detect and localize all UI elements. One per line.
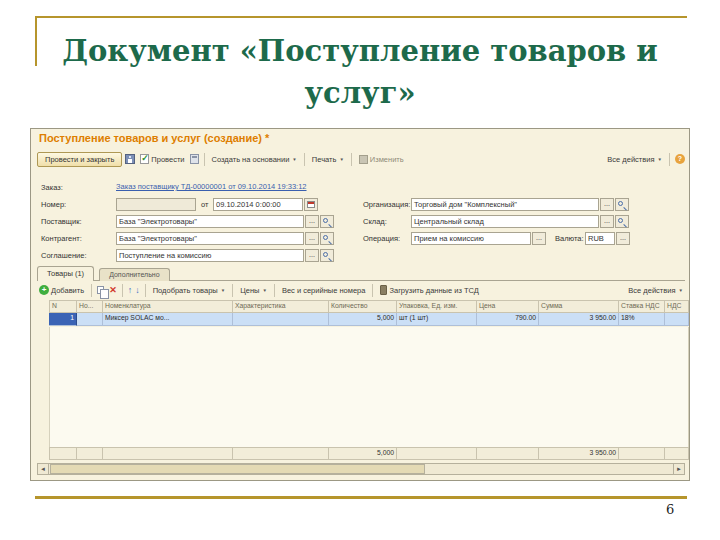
edit-icon	[359, 155, 368, 164]
chevron-down-icon: ▼	[679, 288, 683, 293]
table-all-actions-button[interactable]: Все действия ▼	[626, 285, 685, 296]
table-empty-area	[49, 327, 689, 447]
slide-title-line1: Документ «Поступление товаров и	[0, 30, 720, 72]
organization-search-icon[interactable]	[615, 198, 629, 211]
characteristic-cell[interactable]	[233, 313, 329, 326]
table-toolbar: + Добавить ✕ ↑ ↓ Подобрать товары ▼ Цены…	[37, 281, 685, 299]
currency-input[interactable]: RUB	[585, 232, 615, 245]
post-and-close-button[interactable]: Провести и закрыть	[37, 152, 122, 167]
chevron-down-icon: ▼	[658, 157, 662, 162]
load-tsd-button[interactable]: Загрузить данные из ТСД	[378, 284, 480, 296]
agreement-search-icon[interactable]	[320, 249, 334, 262]
counterparty-select-button[interactable]: ...	[305, 232, 319, 245]
toolbar-separator	[232, 284, 233, 297]
col-header-n: N	[49, 300, 77, 313]
post-icon	[140, 154, 149, 164]
no-cell[interactable]	[77, 313, 103, 326]
calculator-icon[interactable]	[190, 154, 199, 164]
organization-input[interactable]: Торговый дом "Комплексный"	[411, 198, 599, 211]
row-number-cell[interactable]: 1	[49, 313, 77, 326]
edit-button[interactable]: Изменить	[357, 154, 406, 165]
move-up-icon[interactable]: ↑	[128, 286, 133, 295]
warehouse-input[interactable]: Центральный склад	[411, 215, 599, 228]
vat-rate-cell[interactable]: 18%	[619, 313, 665, 326]
operation-select-button[interactable]: ...	[532, 232, 546, 245]
col-header-no: Но...	[77, 300, 103, 313]
sum-cell[interactable]: 3 950.00	[539, 313, 619, 326]
col-header-package: Упаковка, Ед. изм.	[397, 300, 477, 313]
supplier-select-button[interactable]: ...	[305, 215, 319, 228]
post-button[interactable]: Провести	[138, 153, 186, 165]
col-header-vat-rate: Ставка НДС	[619, 300, 665, 313]
agreement-select-button[interactable]: ...	[305, 249, 319, 262]
number-input[interactable]	[116, 198, 196, 211]
horizontal-scrollbar[interactable]: ◄ ►	[37, 463, 685, 475]
delete-row-icon[interactable]: ✕	[109, 286, 117, 295]
slide-top-rule	[35, 16, 687, 18]
toolbar-separator	[274, 284, 275, 297]
supplier-input[interactable]: База "Электротовары"	[116, 215, 304, 228]
slide-bottom-rule	[35, 496, 687, 499]
total-quantity: 5,000	[329, 447, 397, 460]
scroll-right-icon[interactable]: ►	[673, 464, 684, 474]
table-totals: 5,000 3 950.00	[49, 447, 689, 460]
save-icon[interactable]	[125, 154, 135, 164]
supplier-label: Поставщик:	[41, 217, 82, 226]
create-based-on-button[interactable]: Создать на основании ▼	[210, 154, 299, 165]
table-header-row: N Но... Номенклатура Характеристика Коли…	[49, 300, 689, 313]
quantity-cell[interactable]: 5,000	[329, 313, 397, 326]
chevron-down-icon: ▼	[221, 288, 225, 293]
currency-select-button[interactable]: ...	[616, 232, 630, 245]
toolbar-separator	[669, 153, 670, 166]
agreement-input[interactable]: Поступление на комиссию	[116, 249, 304, 262]
chevron-down-icon: ▼	[339, 157, 343, 162]
col-header-vat: НДС	[665, 300, 689, 313]
copy-row-icon[interactable]	[97, 286, 104, 294]
chevron-down-icon: ▼	[262, 288, 266, 293]
add-icon: +	[39, 285, 49, 295]
organization-select-button[interactable]: ...	[600, 198, 614, 211]
price-cell[interactable]: 790.00	[477, 313, 539, 326]
main-toolbar: Провести и закрыть Провести Создать на о…	[37, 150, 685, 168]
col-header-price: Цена	[477, 300, 539, 313]
counterparty-search-icon[interactable]	[320, 232, 334, 245]
move-down-icon[interactable]: ↓	[135, 286, 140, 295]
package-cell[interactable]: шт (1 шт)	[397, 313, 477, 326]
toolbar-separator	[122, 284, 123, 297]
calendar-icon[interactable]	[304, 198, 318, 211]
counterparty-input[interactable]: База "Электротовары"	[116, 232, 304, 245]
window-title: Поступление товаров и услуг (создание) *	[39, 132, 269, 144]
scroll-left-icon[interactable]: ◄	[38, 464, 49, 474]
slide-title: Документ «Поступление товаров и услуг»	[0, 30, 720, 114]
prices-button[interactable]: Цены ▼	[238, 285, 269, 296]
weight-serial-button[interactable]: Вес и серийные номера	[280, 285, 368, 296]
table-row[interactable]: 1 Миксер SOLAC мо... 5,000 шт (1 шт) 790…	[49, 313, 689, 326]
toolbar-separator	[304, 153, 305, 166]
date-input[interactable]: 09.10.2014 0:00:00	[213, 198, 303, 211]
chevron-down-icon: ▼	[292, 157, 296, 162]
scrollbar-thumb[interactable]	[50, 464, 425, 474]
tab-goods[interactable]: Товары (1)	[37, 266, 94, 281]
all-actions-button[interactable]: Все действия ▼	[605, 154, 664, 165]
nomenclature-cell[interactable]: Миксер SOLAC мо...	[103, 313, 233, 326]
toolbar-separator	[91, 284, 92, 297]
page-number: 6	[666, 502, 674, 517]
col-header-quantity: Количество	[329, 300, 397, 313]
operation-input[interactable]: Прием на комиссию	[411, 232, 531, 245]
warehouse-label: Склад:	[363, 217, 387, 226]
supplier-search-icon[interactable]	[320, 215, 334, 228]
vat-cell[interactable]	[665, 313, 689, 326]
tab-additional[interactable]: Дополнительно	[99, 268, 169, 281]
warehouse-search-icon[interactable]	[615, 215, 629, 228]
toolbar-separator	[204, 153, 205, 166]
help-icon[interactable]: ?	[675, 154, 685, 164]
warehouse-select-button[interactable]: ...	[600, 215, 614, 228]
col-header-nomenclature: Номенклатура	[103, 300, 233, 313]
order-link[interactable]: Заказ поставщику ТД-00000001 от 09.10.20…	[116, 182, 307, 191]
pick-goods-button[interactable]: Подобрать товары ▼	[151, 285, 227, 296]
add-row-button[interactable]: + Добавить	[37, 284, 86, 296]
print-button[interactable]: Печать ▼	[310, 154, 346, 165]
date-from-label: от	[201, 200, 208, 209]
counterparty-label: Контрагент:	[41, 234, 82, 243]
col-header-sum: Сумма	[539, 300, 619, 313]
